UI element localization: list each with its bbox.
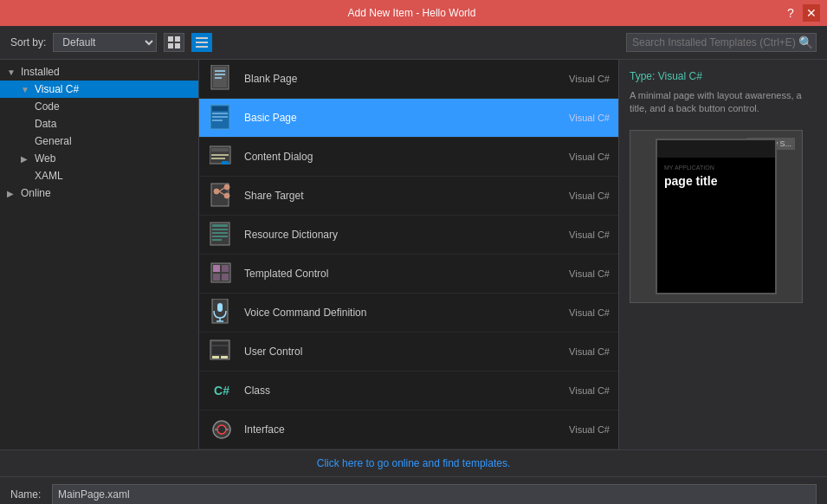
resource-dict-name: Resource Dictionary: [244, 229, 569, 241]
preview-panel: Type: Visual C# A minimal page with layo…: [619, 60, 827, 449]
share-target-name: Share Target: [244, 190, 569, 202]
preview-type-value: Visual C#: [658, 70, 702, 82]
sort-bar: Sort by: Default 🔍: [0, 26, 827, 60]
resource-dict-type: Visual C#: [569, 229, 610, 240]
title-bar: Add New Item - Hello World ? ✕: [0, 0, 827, 26]
template-item-share-target[interactable]: Share Target Visual C#: [199, 177, 618, 216]
dialog-body: ▼ Installed ▼ Visual C# Code Data Genera…: [0, 60, 827, 449]
basic-page-name: Basic Page: [244, 112, 569, 124]
search-icon-button[interactable]: 🔍: [798, 36, 813, 49]
expand-icon: ▼: [21, 85, 35, 94]
basic-page-type: Visual C#: [569, 113, 610, 123]
preview-description: A minimal page with layout awareness, a …: [630, 89, 817, 116]
online-link-bar: Click here to go online and find templat…: [0, 449, 827, 476]
svg-point-25: [214, 189, 219, 194]
svg-rect-38: [222, 274, 229, 281]
sidebar-item-data[interactable]: Data: [0, 115, 198, 132]
basic-page-icon: [208, 104, 236, 132]
templated-control-name: Templated Control: [244, 268, 569, 280]
help-button[interactable]: ?: [782, 4, 799, 22]
grid-view-button[interactable]: [164, 33, 184, 52]
svg-rect-13: [212, 107, 228, 111]
sidebar-label: Visual C#: [35, 83, 79, 95]
name-input[interactable]: [52, 484, 817, 504]
sidebar-label: Online: [21, 187, 51, 199]
svg-point-23: [224, 184, 229, 190]
user-control-type: Visual C#: [569, 346, 610, 357]
template-item-user-control[interactable]: User Control Visual C#: [199, 333, 618, 372]
sidebar-item-xaml[interactable]: XAML: [0, 167, 198, 184]
name-bar: Name:: [0, 476, 827, 504]
voice-command-icon: [208, 299, 236, 326]
template-item-interface[interactable]: Interface Visual C#: [199, 410, 618, 449]
template-item-basic-page[interactable]: Basic Page Visual C#: [199, 99, 618, 138]
svg-rect-40: [217, 303, 223, 312]
svg-rect-29: [212, 224, 228, 227]
expand-icon: ▶: [21, 154, 35, 164]
voice-command-name: Voice Command Definition: [244, 307, 569, 319]
svg-rect-46: [221, 356, 228, 359]
preview-type-label: Type:: [630, 70, 655, 82]
search-input[interactable]: [626, 33, 817, 52]
content-dialog-icon: [208, 143, 236, 171]
template-item-voice-command[interactable]: Voice Command Definition Visual C#: [199, 294, 618, 333]
phone-page-title: page title: [664, 174, 768, 188]
svg-rect-3: [175, 43, 180, 48]
preview-type: Type: Visual C#: [630, 70, 817, 82]
blank-page-icon: [208, 65, 236, 93]
sidebar-item-visualcs[interactable]: ▼ Visual C#: [0, 81, 198, 98]
voice-command-type: Visual C#: [569, 307, 610, 318]
phone-content: MY APPLICATION page title: [657, 158, 775, 293]
template-item-content-dialog[interactable]: Content Dialog Visual C#: [199, 138, 618, 177]
dialog-title: Add New Item - Hello World: [42, 7, 782, 19]
interface-type: Visual C#: [569, 424, 610, 435]
share-target-icon: [208, 182, 236, 210]
templated-control-icon: [208, 260, 236, 288]
sidebar-item-web[interactable]: ▶ Web: [0, 150, 198, 167]
preview-image: Window S... MY APPLICATION page title: [630, 130, 803, 303]
expand-icon: ▼: [7, 68, 21, 77]
online-link[interactable]: Click here to go online and find templat…: [317, 457, 510, 469]
svg-rect-8: [213, 67, 227, 87]
phone-app-name: MY APPLICATION: [664, 165, 768, 171]
sort-label: Sort by:: [10, 36, 46, 48]
svg-rect-1: [175, 36, 180, 42]
sidebar-item-installed[interactable]: ▼ Installed: [0, 63, 198, 81]
resource-dict-icon: [208, 221, 236, 249]
template-item-resource-dictionary[interactable]: Resource Dictionary Visual C#: [199, 216, 618, 255]
class-type: Visual C#: [569, 385, 610, 396]
sidebar-label: Data: [35, 118, 56, 130]
class-icon: C#: [208, 377, 236, 404]
svg-rect-2: [168, 43, 173, 48]
blank-page-name: Blank Page: [244, 73, 569, 85]
template-item-templated-control[interactable]: Templated Control Visual C#: [199, 255, 618, 294]
svg-rect-35: [213, 265, 220, 272]
svg-point-49: [217, 425, 226, 434]
expand-icon: ▶: [7, 189, 21, 198]
sidebar-item-code[interactable]: Code: [0, 98, 198, 115]
interface-icon: [208, 416, 236, 443]
svg-rect-37: [213, 274, 220, 281]
sidebar-label: General: [35, 135, 72, 147]
phone-status-bar: [657, 140, 775, 158]
templated-control-type: Visual C#: [569, 268, 610, 279]
svg-rect-36: [222, 265, 229, 272]
svg-rect-18: [211, 148, 229, 152]
svg-rect-5: [196, 42, 208, 43]
svg-rect-0: [168, 36, 173, 42]
list-view-button[interactable]: [191, 33, 212, 52]
close-button[interactable]: ✕: [803, 4, 820, 22]
content-dialog-name: Content Dialog: [244, 151, 569, 163]
user-control-icon: [208, 338, 236, 365]
sort-dropdown[interactable]: Default: [53, 33, 157, 52]
template-list: Blank Page Visual C# Basic Page Visual C…: [199, 60, 619, 449]
sidebar-label: Code: [35, 100, 60, 113]
share-target-type: Visual C#: [569, 191, 610, 201]
svg-point-24: [224, 193, 229, 198]
template-item-class[interactable]: C# Class Visual C#: [199, 372, 618, 410]
template-item-blank-page[interactable]: Blank Page Visual C#: [199, 60, 618, 99]
sidebar-item-general[interactable]: General: [0, 132, 198, 150]
sidebar-item-online[interactable]: ▶ Online: [0, 184, 198, 202]
content-dialog-type: Visual C#: [569, 152, 610, 162]
user-control-name: User Control: [244, 346, 569, 358]
